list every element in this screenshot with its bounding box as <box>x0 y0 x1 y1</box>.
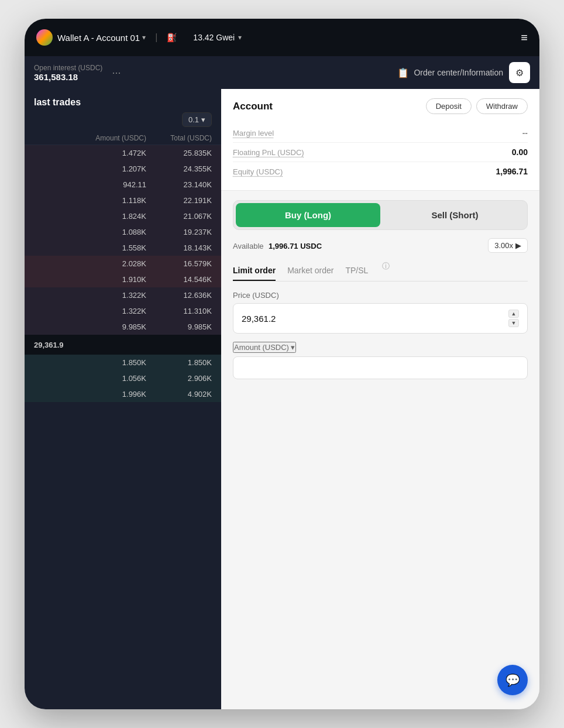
leverage-button[interactable]: 3.00x ▶ <box>488 238 528 253</box>
open-interest-label: Open interest (USDC) <box>34 64 102 72</box>
price-input[interactable] <box>242 314 508 324</box>
sell-short-button[interactable]: Sell (Short) <box>383 201 527 229</box>
price-field-label: Price (USDC) <box>233 291 528 300</box>
gear-icon: ⚙ <box>515 67 524 78</box>
chat-icon: 💬 <box>505 673 520 687</box>
amount-chevron-icon: ▾ <box>291 343 295 352</box>
tab-market-order[interactable]: Market order <box>287 261 333 281</box>
table-row: 2.028K 16.579K <box>25 256 221 272</box>
table-row: 1.910K 14.546K <box>25 272 221 287</box>
info-icon: ⓘ <box>382 261 390 281</box>
order-center-link[interactable]: 📋 Order center/Information <box>397 67 503 78</box>
last-trades-header: last trades <box>25 89 221 112</box>
buy-sell-toggle: Buy (Long) Sell (Short) <box>233 200 528 230</box>
leverage-arrow-icon: ▶ <box>515 241 521 250</box>
trades-table-header: Amount (USDC) Total (USDC) <box>25 132 221 145</box>
tab-limit-order[interactable]: Limit order <box>233 261 276 281</box>
table-row: 1.558K 18.143K <box>25 240 221 256</box>
dropdown-chevron-icon: ▾ <box>201 115 205 124</box>
right-panel: Account Deposit Withdraw Margin level --… <box>221 89 539 709</box>
amount-label-row: Amount (USDC) ▾ <box>233 342 528 353</box>
equity-row: Equity (USDC) 1,996.71 <box>233 162 528 181</box>
hamburger-menu-icon[interactable]: ≡ <box>521 31 528 44</box>
table-row: 942.11 23.140K <box>25 177 221 193</box>
main-content: last trades 0.1 ▾ Amount (USDC) Total (U… <box>25 89 539 709</box>
price-separator: 29,361.9 <box>25 335 221 355</box>
table-row: 1.472K 25.835K <box>25 145 221 161</box>
order-type-tabs: Limit order Market order TP/SL ⓘ <box>233 261 528 281</box>
last-trades-title: last trades <box>34 97 81 108</box>
account-section: Account Deposit Withdraw Margin level --… <box>221 89 539 191</box>
table-row: 1.056K 2.906K <box>25 370 221 386</box>
wallet-avatar <box>36 29 53 46</box>
wallet-name-label[interactable]: Wallet A - Account 01 ▾ <box>57 33 146 43</box>
table-row: 1.088K 19.237K <box>25 224 221 240</box>
settings-button[interactable]: ⚙ <box>509 62 530 83</box>
available-value: 1,996.71 USDC <box>269 242 322 250</box>
total-column-header: Total (USDC) <box>146 134 212 142</box>
buy-trades-section: 1.850K 1.850K 1.056K 2.906K 1.996K 4.902… <box>25 355 221 402</box>
table-row: 1.322K 12.636K <box>25 287 221 303</box>
buy-long-button[interactable]: Buy (Long) <box>236 203 380 227</box>
account-actions: Deposit Withdraw <box>426 98 528 114</box>
amount-column-header: Amount (USDC) <box>81 134 146 142</box>
wallet-chevron-icon: ▾ <box>142 33 146 42</box>
wallet-section[interactable]: Wallet A - Account 01 ▾ | ⛽ 13.42 Gwei ▾ <box>36 29 242 46</box>
table-row: 9.985K 9.985K <box>25 319 221 335</box>
more-options-button[interactable]: ··· <box>112 67 121 79</box>
last-trades-panel: last trades 0.1 ▾ Amount (USDC) Total (U… <box>25 89 221 709</box>
price-decrement-button[interactable]: ▼ <box>508 319 519 327</box>
equity-value: 1,996.71 <box>496 167 528 176</box>
price-input-wrap: ▲ ▼ <box>233 303 528 334</box>
gas-pump-icon: ⛽ <box>167 33 177 42</box>
amount-dropdown-button[interactable]: Amount (USDC) ▾ <box>233 342 296 353</box>
table-row: 1.207K 24.355K <box>25 161 221 177</box>
price-spinners: ▲ ▼ <box>508 310 519 327</box>
table-row: 1.850K 1.850K <box>25 355 221 370</box>
available-row: Available 1,996.71 USDC 3.00x ▶ <box>233 238 528 253</box>
trade-section: Buy (Long) Sell (Short) Available 1,996.… <box>221 191 539 397</box>
floating-pnl-value: 0.00 <box>512 147 528 157</box>
deposit-button[interactable]: Deposit <box>426 98 472 114</box>
info-bar: Open interest (USDC) 361,583.18 ··· 📋 Or… <box>25 56 539 89</box>
withdraw-button[interactable]: Withdraw <box>476 98 528 114</box>
table-row: 1.824K 21.067K <box>25 208 221 224</box>
price-increment-button[interactable]: ▲ <box>508 310 519 318</box>
account-title: Account <box>233 101 273 112</box>
table-row: 1.322K 11.310K <box>25 303 221 319</box>
sell-trades-section: 1.472K 25.835K 1.207K 24.355K 942.11 23.… <box>25 145 221 335</box>
floating-pnl-label: Floating PnL (USDC) <box>233 148 304 157</box>
table-row: 1.996K 4.902K <box>25 386 221 402</box>
amount-input[interactable] <box>242 363 519 373</box>
gas-chevron-icon: ▾ <box>238 33 242 42</box>
top-nav-bar: Wallet A - Account 01 ▾ | ⛽ 13.42 Gwei ▾… <box>25 19 539 56</box>
account-header: Account Deposit Withdraw <box>233 98 528 114</box>
gas-price[interactable]: 13.42 Gwei ▾ <box>193 33 242 42</box>
margin-level-row: Margin level -- <box>233 123 528 143</box>
equity-label: Equity (USDC) <box>233 167 283 176</box>
open-interest-value: 361,583.18 <box>34 72 102 82</box>
order-center-icon: 📋 <box>397 67 409 78</box>
floating-pnl-row: Floating PnL (USDC) 0.00 <box>233 143 528 162</box>
margin-level-label: Margin level <box>233 129 274 138</box>
trade-size-dropdown[interactable]: 0.1 ▾ <box>182 112 212 127</box>
table-row: 1.118K 22.191K <box>25 193 221 208</box>
open-interest-section: Open interest (USDC) 361,583.18 <box>34 64 102 82</box>
amount-input-wrap <box>233 356 528 379</box>
margin-level-value: -- <box>522 128 528 138</box>
tab-tp-sl[interactable]: TP/SL <box>345 261 368 281</box>
available-label: Available <box>233 242 264 250</box>
dropdown-row: 0.1 ▾ <box>25 112 221 132</box>
chat-fab-button[interactable]: 💬 <box>497 665 528 695</box>
